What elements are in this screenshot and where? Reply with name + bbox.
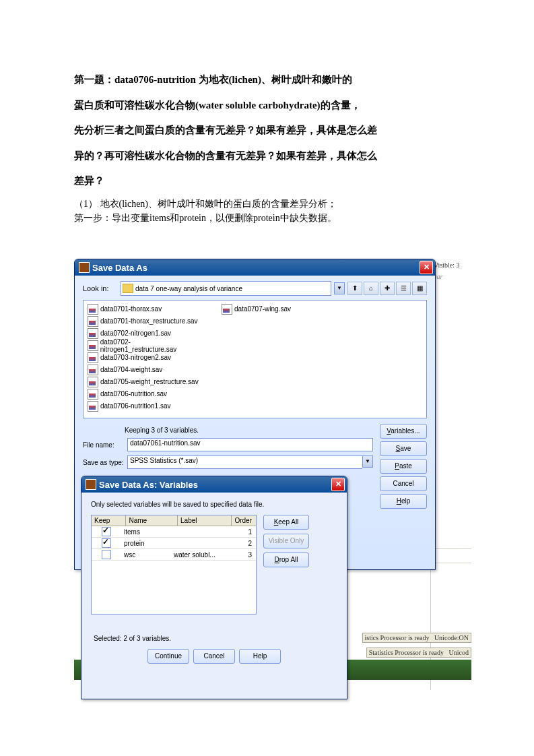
details-view-icon[interactable]: ▦ — [412, 282, 427, 295]
list-view-icon[interactable]: ☰ — [396, 282, 411, 295]
file-item[interactable]: data0701-thorax.sav — [86, 303, 207, 315]
file-item[interactable]: data0706-nutrition1.sav — [86, 400, 207, 412]
col-order: Order — [232, 515, 256, 526]
lookin-select[interactable]: data 7 one-way analysis of variance — [121, 281, 331, 296]
up-folder-icon[interactable]: ⬆ — [347, 282, 362, 295]
close-icon[interactable]: ✕ — [420, 261, 433, 274]
file-item[interactable]: data0706-nutrition.sav — [86, 388, 207, 400]
file-item[interactable]: data0702-nitrogen1_restructure.sav — [86, 340, 207, 351]
help-button[interactable]: Help — [380, 494, 427, 509]
home-icon[interactable]: ⌂ — [364, 282, 378, 295]
file-item[interactable]: data0702-nitrogen1.sav — [86, 327, 207, 339]
table-row[interactable]: wsc water solubl... 3 — [92, 549, 256, 561]
status-bar-2: Statistics Processor is ready Unicod — [366, 648, 471, 658]
selected-text: Selected: 2 of 3 variables. — [94, 635, 337, 642]
cancel-button[interactable]: Cancel — [193, 649, 235, 664]
question-text: 第一题：data0706-nutrition 为地衣(lichen)、树叶成叶和… — [74, 67, 467, 194]
checkbox-icon[interactable] — [102, 550, 111, 559]
keeping-text: Keeping 3 of 3 variables. — [125, 427, 373, 434]
new-folder-icon[interactable]: ✚ — [380, 282, 395, 295]
checkbox-icon[interactable] — [102, 538, 111, 548]
sav-file-icon — [88, 401, 98, 412]
sav-file-icon — [88, 365, 98, 375]
sav-file-icon — [88, 316, 98, 327]
sav-file-icon — [222, 304, 232, 315]
folder-icon — [123, 284, 133, 293]
variables-dialog: Save Data As: Variables ✕ Only selected … — [81, 476, 347, 699]
col-name: Name — [126, 515, 178, 526]
filename-input[interactable]: data07061-nutrition.sav — [127, 438, 373, 451]
chevron-down-icon[interactable]: ▼ — [334, 282, 345, 294]
help-button[interactable]: Help — [239, 649, 281, 664]
info-text: Only selected variables will be saved to… — [91, 501, 337, 508]
screenshot-area: Visible: 3 var istics Processor is ready… — [74, 259, 471, 703]
visible-count: Visible: 3 — [431, 259, 471, 272]
checkbox-icon[interactable] — [102, 527, 111, 536]
status-bar-1: istics Processor is ready Unicode:ON — [362, 633, 471, 643]
continue-button[interactable]: Continue — [147, 649, 189, 664]
variables-table: Keep Name Label Order items 1 protein — [91, 515, 257, 615]
keep-all-button[interactable]: Keep All — [263, 515, 309, 530]
lookin-value: data 7 one-way analysis of variance — [135, 285, 242, 292]
sav-file-icon — [88, 304, 98, 315]
answer-text: （1） 地衣(lichen)、树叶成叶和嫩叶的蛋白质的含量差异分析； 第一步：导… — [74, 197, 467, 225]
sav-file-icon — [88, 340, 98, 351]
spss-icon — [86, 479, 96, 490]
sav-file-icon — [88, 352, 98, 363]
save-button[interactable]: Save — [380, 441, 427, 456]
col-label: Label — [178, 515, 232, 526]
table-row[interactable]: protein 2 — [92, 538, 256, 549]
var-placeholder: var — [431, 272, 471, 282]
file-item[interactable]: data0704-weight.sav — [86, 364, 207, 375]
sav-file-icon — [88, 328, 98, 339]
file-list[interactable]: data0701-thorax.sav data0701-thorax_rest… — [83, 300, 427, 418]
file-item[interactable]: data0707-wing.sav — [220, 303, 341, 315]
lookin-label: Look in: — [83, 284, 118, 292]
savetype-label: Save as type: — [83, 459, 127, 466]
paste-button[interactable]: Paste — [380, 459, 427, 474]
savetype-select[interactable]: SPSS Statistics (*.sav) — [127, 455, 362, 469]
background-grid: Visible: 3 var — [430, 259, 471, 690]
file-item[interactable]: data0701-thorax_restructure.sav — [86, 315, 207, 327]
file-item[interactable]: data0703-nitrogen2.sav — [86, 352, 207, 363]
close-icon[interactable]: ✕ — [331, 478, 345, 491]
chevron-down-icon[interactable]: ▼ — [362, 455, 373, 468]
cancel-button[interactable]: Cancel — [380, 476, 427, 491]
save-dialog-title: Save Data As — [92, 263, 147, 273]
visible-only-button: Visible Only — [263, 534, 309, 548]
vars-dialog-title: Save Data As: Variables — [99, 480, 198, 490]
sav-file-icon — [88, 389, 98, 400]
drop-all-button[interactable]: Drop All — [263, 553, 309, 567]
sav-file-icon — [88, 377, 98, 387]
vars-dialog-titlebar[interactable]: Save Data As: Variables ✕ — [81, 476, 347, 493]
col-keep: Keep — [92, 515, 126, 526]
file-item[interactable]: data0705-weight_restructure.sav — [86, 376, 207, 387]
table-row[interactable]: items 1 — [92, 526, 256, 538]
variables-button[interactable]: VVariables...ariables... — [380, 424, 427, 439]
save-dialog-titlebar[interactable]: Save Data As ✕ — [75, 259, 435, 276]
filename-label: File name: — [83, 441, 127, 449]
spss-icon — [79, 262, 90, 273]
